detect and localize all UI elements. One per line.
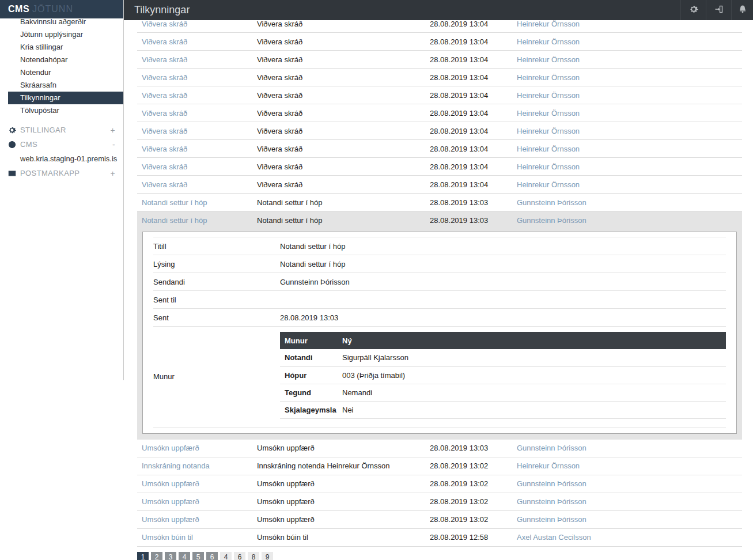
notification-title-link[interactable]: Viðvera skráð — [137, 109, 252, 118]
notification-user-link[interactable]: Heinrekur Örnsson — [512, 461, 742, 470]
notification-user-link[interactable]: Gunnsteinn Þórisson — [512, 515, 742, 524]
diff-row-value: 003 (Þriðja tímabil) — [338, 366, 726, 384]
table-row[interactable]: Umsókn uppfærð Umsókn uppfærð 28.08.2019… — [137, 511, 742, 529]
notification-title-link[interactable]: Viðvera skráð — [137, 91, 252, 100]
table-row[interactable]: Viðvera skráð Viðvera skráð 28.08.2019 1… — [137, 158, 742, 176]
notification-user-link[interactable]: Heinrekur Örnsson — [512, 109, 742, 118]
page-button[interactable]: 4 — [179, 552, 190, 560]
notification-user-link[interactable]: Gunnsteinn Þórisson — [512, 216, 742, 225]
notification-title-link[interactable]: Umsókn uppfærð — [137, 515, 252, 524]
notification-date: 28.08.2019 13:02 — [425, 497, 512, 506]
notification-user-link[interactable]: Gunnsteinn Þórisson — [512, 198, 742, 207]
notification-date: 28.08.2019 13:04 — [425, 109, 512, 118]
notification-user-link[interactable]: Heinrekur Örnsson — [512, 55, 742, 64]
notification-title-link[interactable]: Viðvera skráð — [137, 127, 252, 135]
page-button[interactable]: 4 — [220, 552, 232, 560]
notification-user-link[interactable]: Heinrekur Örnsson — [512, 180, 742, 189]
notification-description: Viðvera skráð — [252, 55, 425, 64]
notification-title-link[interactable]: Notandi settur í hóp — [137, 198, 252, 207]
envelope-icon — [8, 169, 17, 178]
notification-title-link[interactable]: Innskráning notanda — [137, 461, 252, 470]
notification-title-link[interactable]: Viðvera skráð — [137, 37, 252, 46]
notification-user-link[interactable]: Gunnsteinn Þórisson — [512, 444, 742, 452]
page-button[interactable]: 5 — [192, 552, 204, 560]
notification-user-link[interactable]: Heinrekur Örnsson — [512, 91, 742, 100]
notification-title-link[interactable]: Viðvera skráð — [137, 55, 252, 64]
sidebar-section-stillingar[interactable]: STILLINGAR + — [0, 123, 123, 137]
sidebar-item[interactable]: Jötunn upplýsingar — [8, 28, 123, 41]
detail-value: 28.08.2019 13:03 — [280, 313, 726, 322]
collapse-toggle[interactable]: - — [112, 140, 115, 149]
table-row[interactable]: Viðvera skráð Viðvera skráð 28.08.2019 1… — [137, 104, 742, 122]
page-button[interactable]: 9 — [262, 552, 273, 560]
sidebar-section-cms[interactable]: CMS - — [0, 137, 123, 152]
sidebar-item-cms-site[interactable]: web.kria.staging-01.premis.is — [0, 152, 123, 166]
diff-row-label: Skjalageymsla — [280, 401, 338, 418]
table-row[interactable]: Umsókn búin til Umsókn búin til 28.08.20… — [137, 529, 742, 547]
sidebar-item[interactable]: Skráarsafn — [8, 79, 123, 92]
notification-user-link[interactable]: Heinrekur Örnsson — [512, 162, 742, 171]
table-row[interactable]: Viðvera skráð Viðvera skráð 28.08.2019 1… — [137, 69, 742, 86]
table-row[interactable]: Umsókn uppfærð Umsókn uppfærð 28.08.2019… — [137, 475, 742, 493]
notification-title-link[interactable]: Umsókn uppfærð — [137, 497, 252, 506]
table-row[interactable]: Viðvera skráð Viðvera skráð 28.08.2019 1… — [137, 51, 742, 69]
notification-title-link[interactable]: Viðvera skráð — [137, 162, 252, 171]
table-row[interactable]: Viðvera skráð Viðvera skráð 28.08.2019 1… — [137, 140, 742, 158]
notification-date: 28.08.2019 13:04 — [425, 91, 512, 100]
sidebar-item[interactable]: Notendahópar — [8, 54, 123, 66]
sidebar-item[interactable]: Notendur — [8, 66, 123, 79]
page-button[interactable]: 6 — [234, 552, 245, 560]
sidebar-section-postmarkapp[interactable]: POSTMARKAPP + — [0, 166, 123, 180]
detail-value: Gunnsteinn Þórisson — [280, 278, 726, 286]
table-row[interactable]: Umsókn uppfærð Umsókn uppfærð 28.08.2019… — [137, 440, 742, 457]
notification-user-link[interactable]: Gunnsteinn Þórisson — [512, 497, 742, 506]
page-button[interactable]: 1 — [137, 552, 149, 560]
notification-description: Viðvera skráð — [252, 180, 425, 189]
globe-icon — [8, 140, 17, 149]
notification-user-link[interactable]: Heinrekur Örnsson — [512, 37, 742, 46]
notification-title-link[interactable]: Umsókn búin til — [137, 533, 252, 542]
notification-user-link[interactable]: Heinrekur Örnsson — [512, 127, 742, 135]
table-row[interactable]: Notandi settur í hóp Notandi settur í hó… — [137, 194, 742, 211]
notification-title-link[interactable]: Notandi settur í hóp — [137, 216, 252, 225]
notification-title-link[interactable]: Viðvera skráð — [137, 180, 252, 189]
notification-title-link[interactable]: Umsókn uppfærð — [137, 444, 252, 452]
notification-user-link[interactable]: Heinrekur Örnsson — [512, 145, 742, 153]
notification-user-link[interactable]: Axel Austan Cecilsson — [512, 533, 742, 542]
table-row[interactable]: Viðvera skráð Viðvera skráð 28.08.2019 1… — [137, 122, 742, 140]
detail-value: Notandi settur í hóp — [280, 242, 726, 251]
page-button[interactable]: 3 — [165, 552, 176, 560]
selected-table-row[interactable]: Notandi settur í hóp Notandi settur í hó… — [137, 211, 742, 229]
page-button[interactable]: 8 — [248, 552, 259, 560]
notification-description: Viðvera skráð — [252, 145, 425, 153]
notification-title-link[interactable]: Viðvera skráð — [137, 73, 252, 82]
notifications-button[interactable] — [731, 0, 753, 20]
table-row[interactable]: Viðvera skráð Viðvera skráð 28.08.2019 1… — [137, 33, 742, 51]
sidebar: CMS JÖTUNN Bakvinnslu aðgerðir Jötunn up… — [0, 0, 124, 380]
notification-user-link[interactable]: Heinrekur Örnsson — [512, 73, 742, 82]
page-button[interactable]: 6 — [206, 552, 218, 560]
notification-description: Innskráning notenda Heinrekur Örnsson — [252, 461, 425, 470]
sidebar-item-label: Tilkynningar — [20, 93, 60, 102]
expand-toggle[interactable]: + — [110, 126, 115, 135]
table-row[interactable]: Innskráning notanda Innskráning notenda … — [137, 457, 742, 475]
notification-description: Viðvera skráð — [252, 127, 425, 135]
notification-title-link[interactable]: Umsókn uppfærð — [137, 479, 252, 488]
notification-user-link[interactable]: Gunnsteinn Þórisson — [512, 479, 742, 488]
table-row[interactable]: Umsókn uppfærð Umsókn uppfærð 28.08.2019… — [137, 493, 742, 511]
sidebar-item[interactable]: Tölvupóstar — [8, 104, 123, 117]
notification-user-link[interactable]: Heinrekur Örnsson — [512, 20, 742, 28]
settings-button[interactable] — [680, 0, 706, 20]
notification-title-link[interactable]: Viðvera skráð — [137, 20, 252, 28]
sidebar-item[interactable]: Kria stillingar — [8, 41, 123, 54]
sidebar-item-label: Jötunn upplýsingar — [20, 30, 83, 39]
table-row[interactable]: Viðvera skráð Viðvera skráð 28.08.2019 1… — [137, 86, 742, 104]
sign-in-button[interactable] — [706, 0, 731, 20]
page-button[interactable]: 2 — [151, 552, 162, 560]
expand-toggle[interactable]: + — [110, 169, 115, 178]
notification-title-link[interactable]: Viðvera skráð — [137, 145, 252, 153]
sidebar-item[interactable]: Tilkynningar — [8, 92, 123, 104]
notification-date: 28.08.2019 13:02 — [425, 515, 512, 524]
table-row[interactable]: Viðvera skráð Viðvera skráð 28.08.2019 1… — [137, 176, 742, 194]
detail-row: Lýsing Notandi settur í hóp — [153, 255, 726, 273]
